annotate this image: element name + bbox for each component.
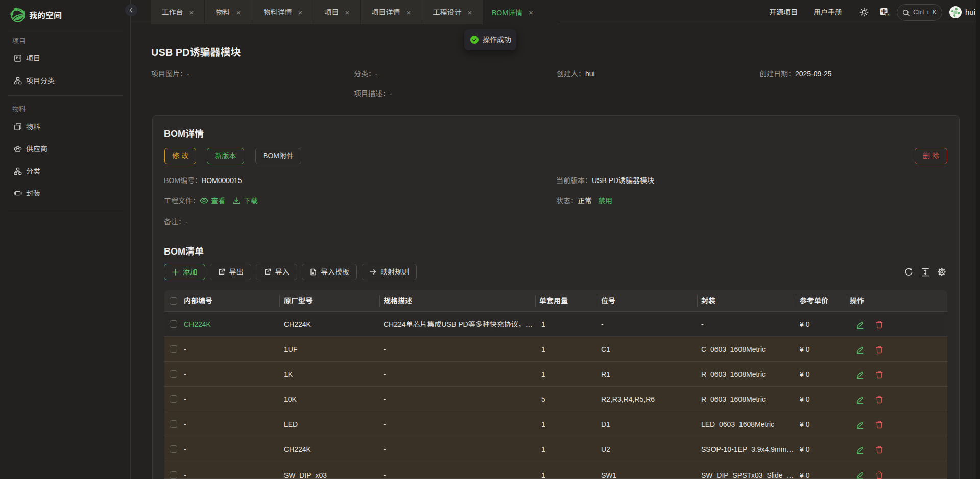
svg-text:En: En	[885, 13, 890, 17]
